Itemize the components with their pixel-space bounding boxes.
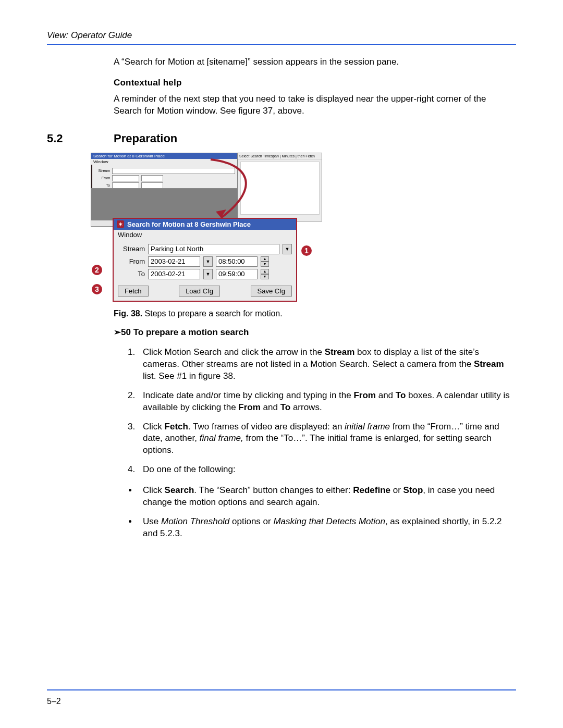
step-1: Click Motion Search and click the arrow … — [138, 347, 516, 382]
load-cfg-button[interactable]: Load Cfg — [179, 286, 220, 297]
intro-paragraph: A “Search for Motion at [sitename]” sess… — [114, 56, 516, 68]
mini-side-body — [240, 162, 320, 215]
footer-rule — [47, 689, 516, 690]
to-label: To — [118, 270, 145, 278]
callout-marker-2: 2 — [92, 265, 102, 275]
mini-menu: Window — [91, 159, 237, 165]
step-3: Click Fetch. Two frames of video are dis… — [138, 421, 516, 457]
window-menu[interactable]: Window — [114, 230, 296, 240]
stream-label: Stream — [118, 245, 145, 253]
from-time-input[interactable]: 08:50:00 — [216, 256, 258, 267]
section-heading: 5.2 Preparation — [47, 132, 516, 145]
from-date-input[interactable]: 2003-02-21 — [148, 256, 200, 267]
dialog-titlebar: ✶ Search for Motion at 8 Gershwin Place — [114, 219, 296, 230]
fetch-button[interactable]: Fetch — [118, 286, 149, 297]
running-header: View: Operator Guide — [47, 30, 516, 41]
to-date-input[interactable]: 2003-02-21 — [148, 269, 200, 279]
procedure-bullets: Click Search. The “Search” button change… — [124, 485, 516, 540]
from-date-dropdown[interactable]: ▼ — [203, 256, 213, 267]
step-2: Indicate date and/or time by clicking an… — [138, 390, 516, 414]
header-rule — [47, 44, 516, 45]
procedure-steps: Click Motion Search and click the arrow … — [124, 347, 516, 476]
section-title: Preparation — [114, 132, 177, 145]
contextual-help-heading: Contextual help — [114, 78, 516, 88]
step-4: Do one of the following: — [138, 464, 516, 476]
contextual-help-body: A reminder of the next step that you nee… — [114, 93, 516, 117]
mini-side-panel: Select Search Timespan | Minutes | then … — [238, 153, 322, 221]
figure-caption: Fig. 38. Steps to prepare a search for m… — [114, 309, 516, 318]
figure-caption-label: Fig. 38. — [114, 309, 142, 318]
from-label: From — [118, 257, 145, 265]
page: View: Operator Guide A “Search for Motio… — [0, 0, 563, 728]
chevron-icon: ➢ — [114, 327, 121, 337]
dialog-form: Stream Parking Lot North ▼ From 2003-02-… — [114, 240, 296, 286]
figure-container: Search for Motion at 8 Gershwin Place Wi… — [91, 153, 310, 304]
bullet-1: Click Search. The “Search” button change… — [138, 485, 516, 509]
section-number: 5.2 — [47, 132, 114, 145]
mini-side-hint: Select Search Timespan | Minutes | then … — [238, 153, 322, 159]
dialog-title-text: Search for Motion at 8 Gershwin Place — [127, 220, 251, 228]
stream-input[interactable]: Parking Lot North — [148, 244, 279, 254]
bullet-2: Use Motion Threshold options or Masking … — [138, 516, 516, 540]
app-icon: ✶ — [117, 220, 124, 228]
callout-marker-1: 1 — [301, 245, 312, 256]
from-time-spinner[interactable]: ▲▼ — [261, 256, 269, 267]
to-date-dropdown[interactable]: ▼ — [203, 269, 213, 279]
to-time-input[interactable]: 09:59:00 — [216, 269, 258, 279]
page-number: 5–2 — [47, 697, 61, 706]
callout-marker-3: 3 — [92, 284, 102, 294]
figure-caption-text: Steps to prepare a search for motion. — [142, 309, 283, 318]
stream-dropdown-arrow[interactable]: ▼ — [283, 244, 292, 254]
procedure-number: 50 — [121, 327, 131, 337]
procedure-heading: ➢50 To prepare a motion search — [114, 327, 516, 338]
mini-preview-area — [91, 188, 238, 220]
procedure-title: To prepare a motion search — [131, 327, 249, 337]
to-time-spinner[interactable]: ▲▼ — [261, 269, 269, 279]
mini-dialog-title: Search for Motion at 8 Gershwin Place — [91, 153, 237, 159]
save-cfg-button[interactable]: Save Cfg — [251, 286, 292, 297]
figure-38: Search for Motion at 8 Gershwin Place Wi… — [91, 153, 516, 304]
search-motion-dialog: ✶ Search for Motion at 8 Gershwin Place … — [113, 218, 297, 302]
dialog-buttons: Fetch Load Cfg Save Cfg — [114, 286, 296, 301]
